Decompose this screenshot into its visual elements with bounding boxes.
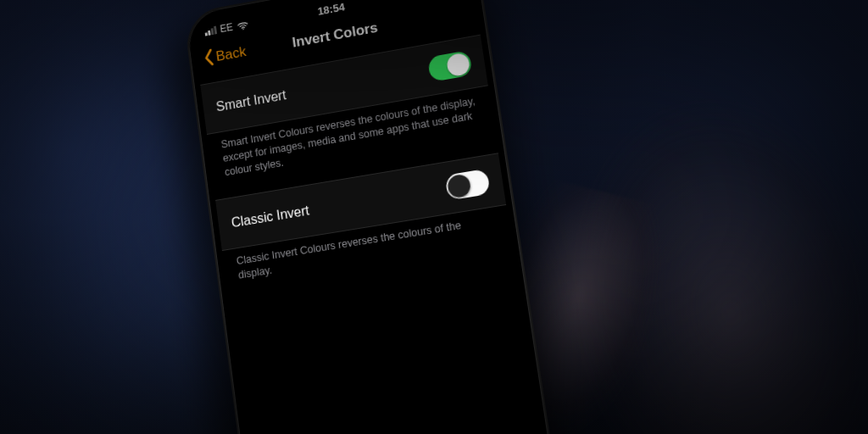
toggle-knob [446, 52, 470, 77]
chevron-left-icon [202, 47, 215, 70]
wifi-icon [236, 20, 248, 31]
smart-invert-toggle[interactable] [427, 50, 473, 82]
smart-invert-label: Smart Invert [215, 88, 287, 115]
back-button[interactable]: Back [201, 34, 248, 77]
cell-signal-icon [204, 26, 217, 36]
page-title: Invert Colors [292, 19, 379, 51]
clock: 18:54 [317, 0, 346, 17]
classic-invert-label: Classic Invert [231, 203, 310, 231]
back-label: Back [215, 43, 248, 64]
classic-invert-toggle[interactable] [445, 168, 491, 200]
scene-background: EE 18:54 [0, 0, 868, 434]
carrier-label: EE [220, 21, 234, 35]
iphone-screen: EE 18:54 [192, 0, 550, 434]
iphone-device-frame: EE 18:54 [183, 0, 561, 434]
svg-point-0 [242, 29, 244, 31]
toggle-knob [447, 173, 472, 198]
